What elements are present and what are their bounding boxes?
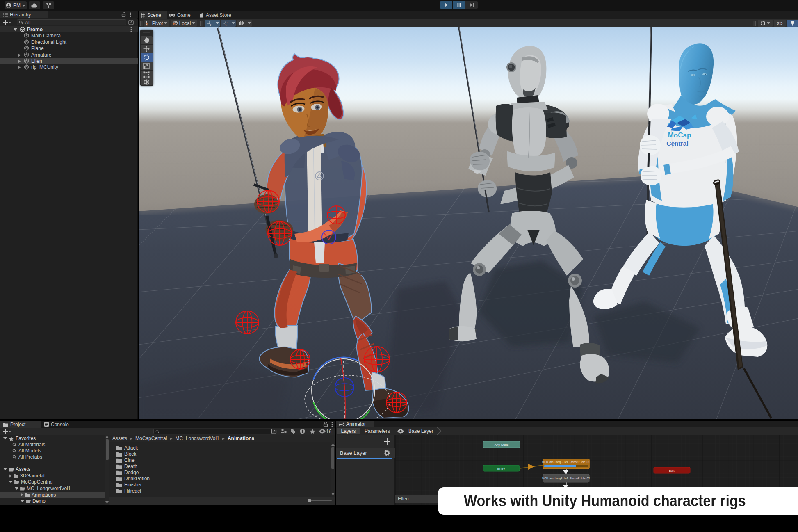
svg-text:Any State: Any State [495,443,509,447]
svg-text:Exit: Exit [669,469,675,473]
svg-text:Central: Central [666,140,688,147]
svg-text:Entry: Entry [497,467,505,470]
svg-text:MoCap: MoCap [668,131,691,139]
svg-text:MCU_am_LongS_Lv1_StanceR_Idle_: MCU_am_LongS_Lv1_StanceR_Idle_01 [542,461,590,464]
svg-text:MCU_am_LongS_Lv1_StanceR_Idle_: MCU_am_LongS_Lv1_StanceR_Idle_02 [542,477,590,480]
svg-text:Y: Y [210,23,212,26]
